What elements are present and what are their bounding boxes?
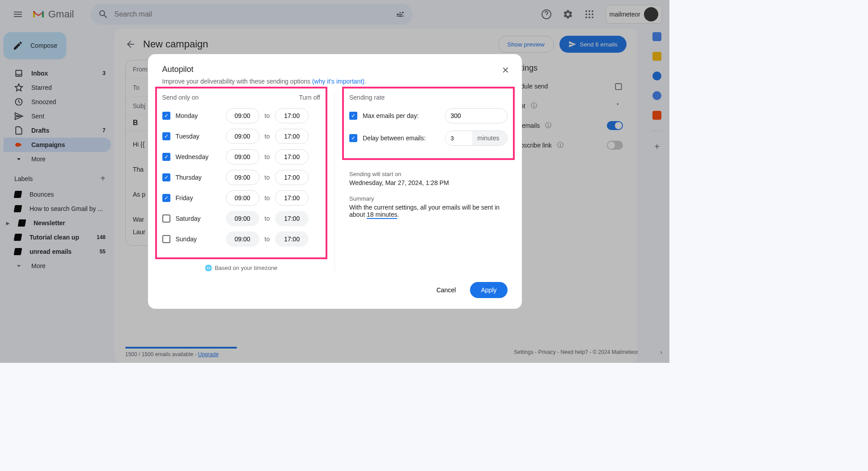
- turn-off-link[interactable]: Turn off: [299, 94, 320, 101]
- day-label: Sunday: [176, 236, 220, 243]
- day-label: Thursday: [176, 174, 220, 181]
- day-checkbox[interactable]: [162, 214, 170, 223]
- end-time-input[interactable]: [275, 190, 309, 206]
- day-checkbox[interactable]: ✓: [162, 173, 170, 181]
- day-checkbox[interactable]: ✓: [162, 132, 170, 140]
- day-row-tuesday: ✓Tuesdayto: [162, 129, 321, 144]
- day-label: Wednesday: [176, 153, 220, 160]
- day-row-friday: ✓Fridayto: [162, 190, 321, 206]
- autopilot-modal: ✕ Autopilot Improve your deliverability …: [148, 54, 522, 309]
- delay-value-input[interactable]: [445, 131, 472, 145]
- day-row-wednesday: ✓Wednesdayto: [162, 149, 321, 164]
- day-row-thursday: ✓Thursdayto: [162, 170, 321, 185]
- modal-overlay: ✕ Autopilot Improve your deliverability …: [0, 0, 669, 363]
- timezone-note: 🌐 Based on your timezone: [162, 265, 321, 271]
- schedule-column: Send only on Turn off ✓Mondayto✓Tuesdayt…: [162, 94, 321, 271]
- start-time-input[interactable]: [226, 108, 259, 123]
- start-time-input[interactable]: [226, 149, 259, 164]
- schedule-highlight: Send only on Turn off ✓Mondayto✓Tuesdayt…: [155, 87, 328, 259]
- day-label: Tuesday: [176, 133, 220, 140]
- globe-icon: 🌐: [205, 265, 212, 271]
- modal-subtitle: Improve your deliverability with these s…: [162, 78, 508, 85]
- start-time-input[interactable]: [226, 170, 259, 185]
- rate-highlight: Sending rate ✓ Max emails per day: ✓ Del…: [342, 87, 515, 160]
- start-time-input[interactable]: [226, 231, 259, 247]
- day-checkbox[interactable]: ✓: [162, 112, 170, 120]
- end-time-input[interactable]: [275, 129, 309, 144]
- day-row-monday: ✓Mondayto: [162, 108, 321, 123]
- end-time-input[interactable]: [275, 231, 309, 247]
- rate-column: Sending rate ✓ Max emails per day: ✓ Del…: [349, 94, 508, 271]
- day-checkbox[interactable]: [162, 235, 170, 243]
- end-time-input[interactable]: [275, 211, 309, 226]
- day-row-sunday: Sundayto: [162, 231, 321, 247]
- start-time-value: Wednesday, Mar 27, 2024, 1:28 PM: [349, 179, 508, 186]
- day-row-saturday: Saturdayto: [162, 211, 321, 226]
- modal-title: Autopilot: [162, 65, 508, 74]
- day-label: Monday: [176, 112, 220, 119]
- max-emails-input[interactable]: [445, 108, 508, 123]
- day-label: Saturday: [176, 215, 220, 222]
- apply-button[interactable]: Apply: [470, 282, 507, 298]
- start-time-input[interactable]: [226, 211, 259, 226]
- delay-input-group: minutes: [445, 130, 508, 146]
- summary-text: With the current settings, all your emai…: [349, 204, 508, 218]
- cancel-button[interactable]: Cancel: [428, 282, 465, 298]
- end-time-input[interactable]: [275, 170, 309, 185]
- delay-unit[interactable]: minutes: [472, 131, 507, 145]
- max-emails-checkbox[interactable]: ✓: [349, 112, 357, 120]
- end-time-input[interactable]: [275, 108, 309, 123]
- start-time-input[interactable]: [226, 129, 259, 144]
- why-important-link[interactable]: (why it's important): [312, 78, 364, 85]
- end-time-input[interactable]: [275, 149, 309, 164]
- modal-close-button[interactable]: ✕: [499, 63, 513, 77]
- day-checkbox[interactable]: ✓: [162, 153, 170, 161]
- day-label: Friday: [176, 194, 220, 202]
- day-checkbox[interactable]: ✓: [162, 194, 170, 202]
- start-time-input[interactable]: [226, 190, 259, 206]
- delay-checkbox[interactable]: ✓: [349, 134, 357, 142]
